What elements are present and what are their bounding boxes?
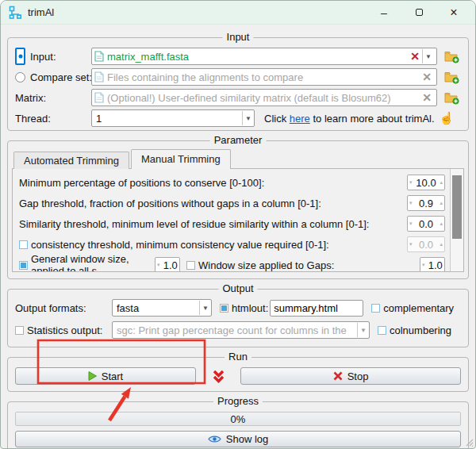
gaps-window-checkbox[interactable]	[186, 261, 195, 270]
consistency-spinbox: ▾ 0.0 ▴	[407, 236, 445, 252]
folder-add-icon	[444, 91, 459, 105]
parameter-scrollbar[interactable]	[450, 169, 463, 271]
spin-up-icon: ▴	[438, 241, 444, 248]
param-row-gap-threshold: Gap threshold, fraction of positions wit…	[19, 193, 445, 213]
spin-down-icon[interactable]: ▾	[408, 179, 414, 186]
browse-compare-button[interactable]	[442, 68, 461, 86]
matrix-placeholder: (Optional!) User-defined similarity matr…	[107, 92, 420, 104]
close-button[interactable]: ×	[447, 6, 461, 20]
output-groupbox: Output Output formats: fasta ▼ htmlout: …	[7, 289, 469, 347]
tab-automated-trimming[interactable]: Automated Trimming	[13, 152, 129, 169]
param-row-window-sizes: General window size, applied to all s ▾ …	[19, 255, 445, 271]
htmlout-filename-input[interactable]	[270, 300, 363, 317]
general-window-label: General window size, applied to all s	[31, 253, 155, 271]
spin-up-icon[interactable]: ▴	[438, 179, 444, 186]
maximize-button[interactable]	[412, 6, 426, 20]
colnumbering-checkbox[interactable]	[378, 326, 386, 335]
input-dropdown-arrow-icon[interactable]: ▼	[422, 49, 434, 63]
conserve-spinbox[interactable]: ▾ 10.0 ▴	[407, 175, 445, 190]
parameter-tab-pane: Minimum percentage of positions to conse…	[12, 168, 464, 272]
thread-dropdown-arrow-icon: ▼	[242, 111, 254, 125]
statistics-row: Statistics output: sgc: Print gap percen…	[15, 321, 461, 339]
thread-row: Thread: 1 ▼ Click here to learn more abo…	[15, 109, 461, 127]
window-title: trimAl	[28, 6, 54, 18]
progress-groupbox: Progress 0% Show log	[7, 401, 469, 449]
spin-down-icon[interactable]: ▾	[155, 262, 162, 268]
clear-matrix-icon[interactable]: ✕	[420, 91, 434, 104]
stop-button[interactable]: Stop	[240, 367, 461, 385]
stats-dropdown-arrow-icon: ▼	[357, 323, 369, 337]
compare-set-field[interactable]: Files containing the alignments to compa…	[91, 68, 437, 86]
input-radio[interactable]	[15, 48, 25, 65]
htmlout-label: htmlout:	[232, 302, 268, 314]
double-chevron-down-icon	[213, 370, 225, 383]
help-link[interactable]: here	[290, 113, 310, 125]
compare-set-row: Compare set: Files containing the alignm…	[15, 68, 461, 86]
stop-x-icon	[333, 371, 343, 381]
app-window: trimAl – × Input Input:	[0, 0, 476, 449]
colnumbering-label: colnumbering	[390, 324, 451, 336]
output-format-select[interactable]: fasta ▼	[112, 299, 212, 317]
param-row-similarity: Similarity threshold, minimum level of r…	[19, 213, 445, 234]
folder-add-icon	[444, 71, 459, 84]
spin-down-icon[interactable]: ▾	[408, 200, 414, 206]
similarity-threshold-spinbox[interactable]: ▾ 0.0 ▴	[407, 216, 445, 232]
app-icon	[9, 6, 22, 19]
thread-select[interactable]: 1 ▼	[91, 109, 255, 127]
resize-grip[interactable]	[466, 439, 474, 447]
complementary-checkbox[interactable]	[371, 304, 380, 313]
spin-up-icon[interactable]: ▴	[438, 221, 444, 227]
browse-matrix-button[interactable]	[442, 89, 461, 106]
progress-group-title: Progress	[213, 396, 263, 407]
compare-set-placeholder: Files containing the alignments to compa…	[107, 71, 420, 83]
clear-compare-icon[interactable]: ✕	[420, 71, 434, 83]
matrix-field[interactable]: (Optional!) User-defined similarity matr…	[91, 89, 437, 106]
run-group-title: Run	[225, 351, 251, 363]
matrix-label: Matrix:	[15, 92, 46, 104]
input-file-row: Input: matrix_mafft.fasta ✕ ▼	[15, 48, 461, 65]
input-file-combobox[interactable]: matrix_mafft.fasta ✕ ▼	[91, 48, 437, 65]
param-label: Minimum percentage of positions to conse…	[19, 177, 407, 189]
input-groupbox: Input Input: matrix_mafft.fasta ✕ ▼	[7, 37, 469, 131]
help-text: Click here to learn more about trimAl.	[264, 113, 435, 125]
output-formats-row: Output formats: fasta ▼ htmlout: complem…	[15, 299, 461, 317]
scrollbar-thumb[interactable]	[452, 175, 462, 239]
spin-up-icon[interactable]: ▴	[438, 200, 444, 206]
matrix-row: Matrix: (Optional!) User-defined similar…	[15, 89, 461, 106]
start-button[interactable]: Start	[15, 367, 196, 385]
pointer-hand-icon: ☝	[440, 111, 455, 125]
document-icon	[94, 51, 104, 62]
compare-set-radio[interactable]	[15, 72, 25, 83]
document-icon	[94, 92, 104, 103]
general-window-checkbox[interactable]	[19, 261, 28, 270]
htmlout-checkbox[interactable]	[220, 304, 228, 313]
gap-threshold-spinbox[interactable]: ▾ 0.9 ▴	[407, 195, 445, 211]
input-group-title: Input	[223, 32, 254, 43]
spin-down-icon[interactable]: ▾	[408, 221, 414, 227]
consistency-checkbox[interactable]	[19, 240, 28, 249]
general-window-spinbox[interactable]: ▾ 1.0	[155, 257, 180, 271]
parameter-group-title: Parameter	[210, 135, 267, 146]
run-groupbox: Run Start	[7, 357, 469, 392]
minimize-button[interactable]: –	[377, 6, 391, 20]
progress-percent: 0%	[231, 413, 246, 425]
gaps-window-label: Window size applied to Gaps:	[198, 259, 420, 271]
browse-input-button[interactable]	[442, 48, 461, 65]
document-icon	[94, 71, 104, 83]
param-row-conserve: Minimum percentage of positions to conse…	[19, 172, 445, 193]
show-log-button[interactable]: Show log	[15, 431, 461, 447]
tab-manual-trimming[interactable]: Manual Trimming	[131, 149, 231, 169]
statistics-checkbox[interactable]	[15, 326, 24, 335]
clear-input-icon[interactable]: ✕	[408, 50, 422, 63]
play-icon	[88, 371, 97, 381]
param-row-consistency: consistency threshold, minimum consisten…	[19, 234, 445, 255]
input-label: Input:	[30, 51, 56, 63]
gaps-window-spinbox[interactable]: ▾ 1.0	[420, 257, 445, 271]
input-file-value: matrix_mafft.fasta	[107, 51, 408, 63]
spin-down-icon[interactable]: ▾	[420, 262, 427, 268]
folder-add-icon	[444, 50, 459, 63]
thread-label: Thread:	[15, 113, 51, 125]
title-bar: trimAl – ×	[1, 1, 475, 25]
output-formats-label: Output formats:	[15, 302, 112, 314]
complementary-label: complementary	[383, 302, 454, 314]
